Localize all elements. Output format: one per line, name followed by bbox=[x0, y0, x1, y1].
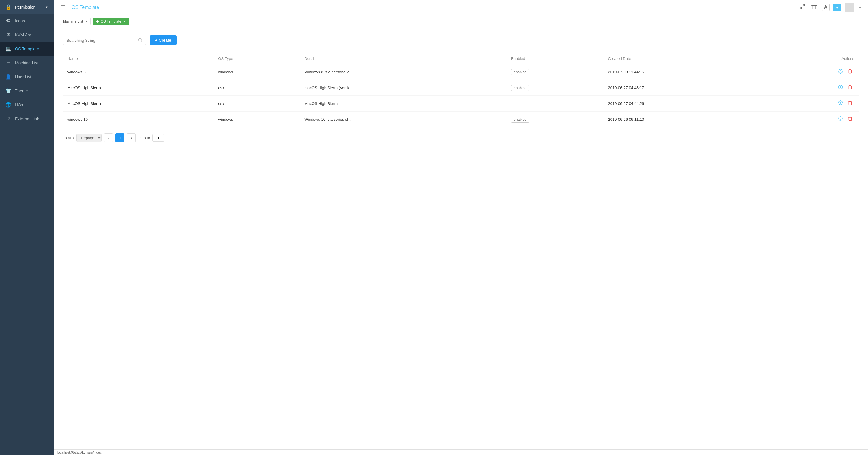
tab-machine-list-close[interactable]: × bbox=[85, 20, 87, 24]
header-title: OS Template bbox=[71, 5, 794, 10]
cell-os-type-0: windows bbox=[213, 64, 300, 80]
tab-machine-list-label: Machine List bbox=[63, 20, 83, 24]
cell-date-3: 2019-06-26 06:11:10 bbox=[603, 111, 763, 127]
data-table: Name OS Type Detail Enabled Created Date… bbox=[63, 53, 859, 127]
goto-input[interactable] bbox=[152, 134, 164, 142]
prev-page-button[interactable]: ‹ bbox=[104, 133, 113, 142]
tab-os-template-close[interactable]: × bbox=[124, 20, 126, 24]
col-header-detail: Detail bbox=[300, 53, 506, 64]
sidebar-item-permission[interactable]: 🔒 Permission ▼ bbox=[0, 0, 54, 14]
col-header-enabled: Enabled bbox=[506, 53, 603, 64]
page-1-button[interactable]: 1 bbox=[116, 133, 124, 142]
sidebar-item-icons[interactable]: 🏷 Icons bbox=[0, 14, 54, 28]
top-header: ☰ OS Template TT A ▾ ▾ bbox=[54, 0, 868, 15]
search-button[interactable] bbox=[138, 38, 142, 43]
edit-button-0[interactable] bbox=[836, 68, 845, 75]
cell-name-1: MacOS High Sierra bbox=[63, 80, 213, 96]
sidebar-item-kvm-args-label: KVM Args bbox=[15, 32, 33, 37]
monitor-icon: 💻 bbox=[5, 46, 11, 52]
sidebar: 🔒 Permission ▼ 🏷 Icons ✉ KVM Args 💻 OS T… bbox=[0, 0, 54, 455]
sidebar-item-user-list-label: User List bbox=[15, 74, 31, 79]
accessibility-button[interactable]: A bbox=[822, 4, 830, 11]
content-area: + Create Name OS Type Detail Enabled Cre… bbox=[54, 28, 868, 449]
cell-actions-0 bbox=[763, 64, 859, 80]
table-row: windows 10 windows Windows 10 is a serie… bbox=[63, 111, 859, 127]
table-row: MacOS High Sierra osx MacOS High Sierra … bbox=[63, 96, 859, 111]
status-bar: localhost:9527/#/kvmarg/index bbox=[54, 449, 868, 455]
cell-detail-3: Windows 10 is a series of ... bbox=[300, 111, 506, 127]
tab-os-template-label: OS Template bbox=[100, 20, 121, 24]
cell-actions-3 bbox=[763, 111, 859, 127]
sidebar-item-i18n[interactable]: 🌐 I18n bbox=[0, 98, 54, 112]
svg-line-0 bbox=[803, 4, 804, 6]
page-size-select[interactable]: 10/page 20/page 50/page bbox=[76, 134, 102, 142]
theme-icon: 👕 bbox=[5, 88, 11, 94]
edit-button-1[interactable] bbox=[836, 84, 845, 91]
sidebar-item-external-link[interactable]: ↗ External Link bbox=[0, 112, 54, 126]
tab-os-template-dot bbox=[96, 20, 99, 23]
cell-name-2: MacOS High Sierra bbox=[63, 96, 213, 111]
svg-point-5 bbox=[840, 87, 841, 88]
table-header-row: Name OS Type Detail Enabled Created Date… bbox=[63, 53, 859, 64]
text-size-button[interactable]: TT bbox=[810, 4, 818, 11]
col-header-created-date: Created Date bbox=[603, 53, 763, 64]
header-actions: TT A ▾ ▾ bbox=[799, 3, 862, 12]
cell-os-type-1: osx bbox=[213, 80, 300, 96]
sidebar-item-theme-label: Theme bbox=[15, 89, 28, 93]
cell-enabled-2 bbox=[506, 96, 603, 111]
globe-icon: 🌐 bbox=[5, 102, 11, 108]
sidebar-item-os-template-label: OS Template bbox=[15, 46, 39, 51]
svg-point-2 bbox=[139, 38, 142, 41]
cell-enabled-0: enabled bbox=[506, 64, 603, 80]
search-input-wrap bbox=[63, 36, 146, 45]
delete-button-3[interactable] bbox=[846, 116, 854, 123]
fullscreen-button[interactable] bbox=[799, 3, 807, 12]
fullscreen-icon bbox=[800, 4, 805, 9]
sidebar-item-machine-list[interactable]: ☰ Machine List bbox=[0, 56, 54, 70]
cell-name-0: windows 8 bbox=[63, 64, 213, 80]
goto-label: Go to bbox=[141, 136, 150, 140]
main-area: ☰ OS Template TT A ▾ ▾ Machine List × bbox=[54, 0, 868, 455]
sidebar-item-kvm-args[interactable]: ✉ KVM Args bbox=[0, 28, 54, 42]
status-url: localhost:9527/#/kvmarg/index bbox=[57, 451, 102, 454]
search-bar: + Create bbox=[63, 35, 859, 45]
sidebar-item-theme[interactable]: 👕 Theme bbox=[0, 84, 54, 98]
sidebar-item-os-template[interactable]: 💻 OS Template bbox=[0, 42, 54, 56]
create-button[interactable]: + Create bbox=[150, 35, 177, 45]
cell-date-2: 2019-06-27 04:44:26 bbox=[603, 96, 763, 111]
edit-button-2[interactable] bbox=[836, 100, 845, 107]
search-input[interactable] bbox=[66, 38, 136, 43]
avatar-chevron-icon[interactable]: ▾ bbox=[858, 4, 862, 11]
col-header-actions: Actions bbox=[763, 53, 859, 64]
delete-button-1[interactable] bbox=[846, 84, 854, 91]
sidebar-item-i18n-label: I18n bbox=[15, 103, 23, 107]
tab-os-template[interactable]: OS Template × bbox=[93, 18, 129, 25]
hamburger-button[interactable]: ☰ bbox=[60, 3, 67, 12]
delete-button-0[interactable] bbox=[846, 68, 854, 75]
col-header-name: Name bbox=[63, 53, 213, 64]
svg-line-1 bbox=[801, 7, 802, 9]
dropdown-button[interactable]: ▾ bbox=[833, 4, 841, 11]
chevron-down-icon: ▼ bbox=[45, 5, 48, 9]
tag-icon: 🏷 bbox=[5, 18, 11, 24]
external-link-icon: ↗ bbox=[5, 116, 11, 122]
edit-button-3[interactable] bbox=[836, 116, 845, 123]
delete-button-2[interactable] bbox=[846, 100, 854, 107]
sidebar-item-external-link-label: External Link bbox=[15, 117, 39, 121]
tab-bar: Machine List × OS Template × bbox=[54, 15, 868, 28]
cell-enabled-3: enabled bbox=[506, 111, 603, 127]
svg-point-6 bbox=[840, 102, 841, 103]
tab-machine-list[interactable]: Machine List × bbox=[60, 18, 91, 25]
sidebar-item-user-list[interactable]: 👤 User List bbox=[0, 70, 54, 84]
cell-name-3: windows 10 bbox=[63, 111, 213, 127]
enabled-badge-1: enabled bbox=[511, 85, 529, 91]
search-icon bbox=[138, 38, 142, 42]
total-label: Total 0 bbox=[63, 136, 74, 140]
enabled-badge-0: enabled bbox=[511, 69, 529, 75]
cell-detail-2: MacOS High Sierra bbox=[300, 96, 506, 111]
svg-point-4 bbox=[840, 71, 841, 72]
cell-enabled-1: enabled bbox=[506, 80, 603, 96]
mail-icon: ✉ bbox=[5, 32, 11, 38]
next-page-button[interactable]: › bbox=[127, 133, 136, 142]
user-icon: 👤 bbox=[5, 74, 11, 79]
